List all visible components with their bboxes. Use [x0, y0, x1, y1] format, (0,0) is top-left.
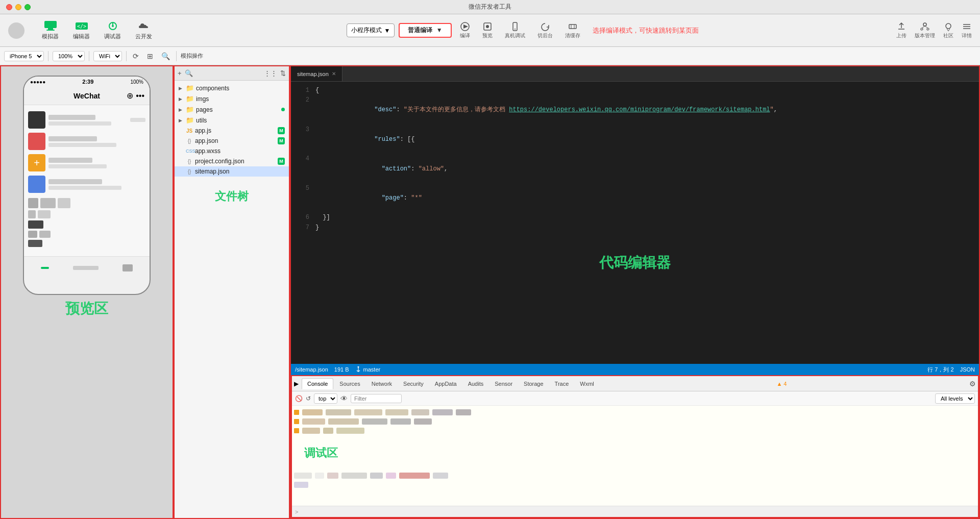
traffic-lights — [6, 4, 31, 10]
wechat-more: ••• — [136, 91, 144, 101]
tree-item-sitemap[interactable]: ▶ {} sitemap.json — [175, 166, 289, 177]
code-line-1: 1 { — [291, 86, 979, 95]
collapse-button[interactable]: ⋮⋮ — [264, 69, 277, 77]
maximize-button[interactable] — [24, 4, 31, 10]
tree-item-app-json[interactable]: ▶ {} app.json M — [175, 136, 289, 146]
folder-icon: 📁 — [186, 84, 194, 92]
code-line-3: 3 "rules": [{ — [291, 125, 979, 155]
compile-button[interactable]: 普通编译 ▼ — [399, 23, 451, 38]
refresh-console-button[interactable]: ↺ — [306, 395, 311, 402]
tree-item-utils[interactable]: ▶ 📁 utils — [175, 115, 289, 126]
network-select[interactable]: WiFi — [93, 51, 122, 61]
separator — [48, 51, 48, 61]
debug-tab-network[interactable]: Network — [366, 379, 397, 389]
continue-icon — [568, 22, 578, 31]
app-logo — [8, 22, 24, 39]
debugger-button[interactable]: 调试器 — [99, 17, 126, 43]
version-button[interactable]: 版本管理 — [915, 22, 935, 39]
clear-console-button[interactable]: 🚫 — [295, 395, 303, 402]
debug-tab-trace[interactable]: Trace — [550, 379, 574, 389]
upload-icon — [896, 22, 906, 31]
filetree-label: 文件树 — [175, 189, 289, 204]
window-title: 微信开发者工具 — [469, 3, 511, 11]
debug-tab-sensor[interactable]: Sensor — [489, 379, 518, 389]
search-button[interactable]: 🔍 — [159, 51, 172, 61]
svg-rect-0 — [44, 21, 57, 28]
tree-item-pages[interactable]: ▶ 📁 pages — [175, 104, 289, 115]
device-select[interactable]: iPhone 5 — [4, 51, 44, 61]
tree-item-components[interactable]: ▶ 📁 components — [175, 83, 289, 93]
continue-button[interactable]: 清缓存 — [561, 20, 584, 41]
debug-panel: ▶ Console Sources Network Security AppDa… — [291, 375, 979, 518]
debug-tab-wxml[interactable]: Wxml — [575, 379, 599, 389]
code-line-2: 2 "desc": "关于本文件的更多信息，请参考文档 https://deve… — [291, 95, 979, 125]
rotate-button[interactable]: ⟳ — [131, 51, 141, 61]
sort-button[interactable]: ⇅ — [280, 69, 286, 77]
add-file-button[interactable]: + — [178, 69, 182, 77]
compile-run-button[interactable]: 编译 — [456, 20, 474, 41]
svg-rect-13 — [569, 24, 576, 29]
log-level-select[interactable]: All levels — [935, 393, 975, 404]
simulator-button[interactable]: 模拟器 — [37, 17, 64, 43]
community-icon — [943, 22, 953, 31]
expand-button[interactable]: ⊞ — [145, 51, 155, 61]
debug-tab-audits[interactable]: Audits — [463, 379, 489, 389]
more-button[interactable]: 详情 — [962, 22, 972, 39]
editor-content[interactable]: 1 { 2 "desc": "关于本文件的更多信息，请参考文档 https://… — [291, 82, 979, 364]
mode-select[interactable]: 小程序模式 ▼ — [347, 23, 395, 37]
tree-item-app-js[interactable]: ▶ JS app.js M — [175, 126, 289, 136]
editor-panel: sitemap.json ✕ 1 { 2 "desc": "关于本文件的更多信息… — [290, 65, 980, 519]
preview-panel: ●●●●● 2:39 100% WeChat ••• ⊕ — [0, 65, 174, 519]
eye-button[interactable]: 👁 — [340, 394, 348, 403]
console-input[interactable] — [298, 509, 975, 515]
tree-item-project-config[interactable]: ▶ {} project.config.json M — [175, 156, 289, 166]
debug-settings-button[interactable]: ⚙ — [969, 380, 976, 388]
upload-button[interactable]: 上传 — [896, 22, 906, 39]
debugger-label: 调试器 — [104, 33, 121, 40]
file-tree-content: ▶ 📁 components ▶ 📁 imgs ▶ 📁 pages — [175, 81, 289, 518]
chat-row-4 — [28, 174, 145, 195]
svg-text:</>: </> — [77, 23, 86, 29]
preview-button[interactable]: 预览 — [478, 20, 497, 41]
debug-tab-console[interactable]: Console — [302, 378, 333, 389]
svg-point-16 — [923, 23, 926, 26]
console-panel-toggle[interactable]: ▶ — [294, 380, 299, 387]
debug-toolbar: 🚫 ↺ top 👁 All levels — [292, 391, 978, 406]
svg-point-12 — [514, 29, 516, 30]
debug-tab-sources[interactable]: Sources — [334, 379, 365, 389]
reset-button[interactable]: 切后台 — [533, 20, 557, 41]
editor-button[interactable]: </> 编辑器 — [68, 17, 95, 43]
debug-tab-storage[interactable]: Storage — [519, 379, 549, 389]
real-device-button[interactable]: 真机调试 — [501, 20, 529, 41]
pages-dot — [281, 108, 285, 111]
console-context-select[interactable]: top — [314, 393, 337, 404]
tree-item-app-wxss[interactable]: ▶ CSS app.wxss — [175, 146, 289, 156]
console-row-4 — [294, 471, 976, 480]
search-files-button[interactable]: 🔍 — [185, 69, 193, 77]
sub-toolbar: iPhone 5 100% WiFi ⟳ ⊞ 🔍 模拟操作 — [0, 47, 980, 65]
signal-status: ●●●●● — [30, 79, 45, 85]
debug-tab-appdata[interactable]: AppData — [430, 379, 462, 389]
close-button[interactable] — [6, 4, 12, 10]
svg-point-21 — [946, 23, 951, 29]
hint-text: 选择编译模式，可快速跳转到某页面 — [593, 26, 699, 35]
tab-close-button[interactable]: ✕ — [332, 71, 336, 77]
debug-tab-security[interactable]: Security — [398, 379, 429, 389]
code-line-5: 5 "page": "*" — [291, 184, 979, 213]
chat-row-2 — [28, 131, 145, 152]
cloud-button[interactable]: 云开发 — [130, 17, 157, 43]
console-filter-input[interactable] — [351, 394, 402, 403]
middle-panel: + 🔍 ⋮⋮ ⇅ ▶ 📁 components ▶ 📁 imgs — [174, 65, 980, 519]
chat-row-3: + — [28, 152, 145, 174]
sitemap-file-icon: {} — [186, 169, 193, 175]
wxss-file-icon: CSS — [186, 149, 193, 154]
zoom-select[interactable]: 100% — [53, 51, 85, 61]
ops-label: 模拟操作 — [181, 52, 203, 60]
editor-status-bar: /sitemap.json 191 B master 行 7，列 2 JSON — [291, 364, 979, 375]
debug-content: 调试区 — [292, 406, 978, 506]
tree-item-imgs[interactable]: ▶ 📁 imgs — [175, 93, 289, 104]
minimize-button[interactable] — [15, 4, 21, 10]
editor-tab-sitemap[interactable]: sitemap.json ✕ — [291, 66, 342, 81]
community-button[interactable]: 社区 — [943, 22, 953, 39]
real-device-icon — [510, 22, 520, 31]
